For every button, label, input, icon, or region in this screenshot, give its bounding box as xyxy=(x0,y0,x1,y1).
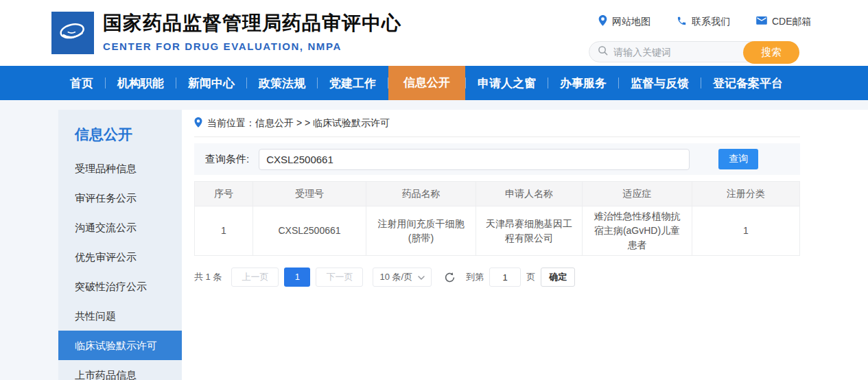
refresh-icon[interactable] xyxy=(443,270,456,284)
page-size-select[interactable]: 10 条/页 xyxy=(373,268,432,287)
nav-separator xyxy=(105,78,106,88)
cde-mail-link-label: CDE邮箱 xyxy=(772,16,812,28)
site-title: 国家药品监督管理局药品审评中心 xyxy=(103,10,401,36)
chevron-down-icon xyxy=(418,272,425,283)
cell-indication: 难治性急性移植物抗宿主病(aGvHD)儿童患者 xyxy=(583,206,692,256)
nav-item-info-disclosure[interactable]: 信息公开 xyxy=(388,66,465,100)
nav-separator xyxy=(465,78,466,88)
cell-applicant: 天津昂赛细胞基因工程有限公司 xyxy=(476,206,583,256)
confirm-button[interactable]: 确定 xyxy=(541,268,575,287)
col-header-seq: 序号 xyxy=(195,182,253,206)
pagination-total: 共 1 条 xyxy=(194,271,222,283)
main-nav: 首页 机构职能 新闻中心 政策法规 党建工作 信息公开 申请人之窗 办事服务 监… xyxy=(0,66,868,100)
nav-separator xyxy=(618,78,619,88)
nav-item-applicant-window[interactable]: 申请人之窗 xyxy=(478,75,536,91)
cell-registration-class: 1 xyxy=(692,206,800,256)
col-header-registration-class: 注册分类 xyxy=(692,182,800,206)
cell-drug-name: 注射用间充质干细胞(脐带) xyxy=(366,206,476,256)
breadcrumb-pin-icon xyxy=(194,117,202,130)
sidebar-item-review-tasks[interactable]: 审评任务公示 xyxy=(58,183,182,213)
cde-mail-link[interactable]: CDE邮箱 xyxy=(756,15,812,28)
header-quick-links: 网站地图 联系我们 CDE邮箱 xyxy=(598,15,812,28)
nav-separator xyxy=(548,78,548,88)
location-pin-icon xyxy=(598,15,607,28)
cell-seq: 1 xyxy=(195,206,253,256)
table-header-row: 序号 受理号 药品名称 申请人名称 适应症 注册分类 xyxy=(195,182,800,206)
goto-page-suffix: 页 xyxy=(526,271,535,283)
breadcrumb: 当前位置：信息公开 > > 临床试验默示许可 xyxy=(194,110,800,137)
nav-item-home[interactable]: 首页 xyxy=(70,75,93,91)
nav-item-party-building[interactable]: 党建工作 xyxy=(329,75,376,91)
nav-item-news[interactable]: 新闻中心 xyxy=(188,75,235,91)
cell-acceptance-no: CXSL2500661 xyxy=(253,206,366,256)
nav-separator xyxy=(317,78,318,88)
goto-page-input[interactable] xyxy=(489,268,521,287)
sidebar-title: 信息公开 xyxy=(58,121,182,154)
main-content: 当前位置：信息公开 > > 临床试验默示许可 查询条件: 查询 序号 受理号 药… xyxy=(182,110,868,380)
sidebar: 信息公开 受理品种信息 审评任务公示 沟通交流公示 优先审评公示 突破性治疗公示… xyxy=(58,110,182,380)
sidebar-item-priority-review[interactable]: 优先审评公示 xyxy=(58,242,182,272)
col-header-drug-name: 药品名称 xyxy=(366,182,476,206)
nav-item-registration-platform[interactable]: 登记备案平台 xyxy=(713,75,783,91)
sidebar-item-accepted-products[interactable]: 受理品种信息 xyxy=(58,154,182,183)
envelope-icon xyxy=(756,16,767,27)
goto-page-label: 到第 xyxy=(466,271,484,283)
col-header-indication: 适应症 xyxy=(583,182,692,206)
query-button[interactable]: 查询 xyxy=(718,149,758,169)
nav-item-functions[interactable]: 机构职能 xyxy=(117,75,164,91)
query-bar: 查询条件: 查询 xyxy=(194,143,800,175)
next-page-button[interactable]: 下一页 xyxy=(316,268,363,287)
nav-separator xyxy=(176,78,176,88)
sidebar-item-common-questions[interactable]: 共性问题 xyxy=(58,301,182,331)
table-row: 1 CXSL2500661 注射用间充质干细胞(脐带) 天津昂赛细胞基因工程有限… xyxy=(195,206,800,256)
site-header: 国家药品监督管理局药品审评中心 CENTER FOR DRUG EVALUATI… xyxy=(0,0,868,66)
query-input[interactable] xyxy=(259,149,690,170)
contact-us-link-label: 联系我们 xyxy=(692,16,730,28)
nav-item-policies[interactable]: 政策法规 xyxy=(259,75,305,91)
query-label: 查询条件: xyxy=(205,153,249,166)
nav-item-services[interactable]: 办事服务 xyxy=(560,75,607,91)
cde-logo[interactable] xyxy=(51,12,94,54)
site-search-bar: 搜索 xyxy=(589,41,799,62)
sidebar-item-marketed-drugs[interactable]: 上市药品信息 xyxy=(58,360,182,380)
prev-page-button[interactable]: 上一页 xyxy=(231,268,279,287)
sidebar-item-breakthrough-therapy[interactable]: 突破性治疗公示 xyxy=(58,272,182,301)
page-size-value: 10 条/页 xyxy=(379,271,412,283)
page-body: 信息公开 受理品种信息 审评任务公示 沟通交流公示 优先审评公示 突破性治疗公示… xyxy=(0,100,868,380)
sidebar-item-clinical-trial-implied-license[interactable]: 临床试验默示许可 xyxy=(58,331,182,360)
pagination: 共 1 条 上一页 1 下一页 10 条/页 到第 页 确定 xyxy=(194,268,800,287)
contact-us-link[interactable]: 联系我们 xyxy=(677,15,730,28)
site-subtitle: CENTER FOR DRUG EVALUATION, NMPA xyxy=(103,40,401,52)
sidebar-item-communication[interactable]: 沟通交流公示 xyxy=(58,213,182,242)
breadcrumb-text: 当前位置：信息公开 > > 临床试验默示许可 xyxy=(207,117,390,130)
nav-separator xyxy=(246,78,247,88)
col-header-applicant: 申请人名称 xyxy=(476,182,583,206)
site-search-button[interactable]: 搜索 xyxy=(743,41,799,64)
col-header-acceptance-no: 受理号 xyxy=(253,182,366,206)
phone-icon xyxy=(677,16,687,28)
sitemap-link-label: 网站地图 xyxy=(612,16,650,28)
nav-separator xyxy=(701,78,701,88)
sitemap-link[interactable]: 网站地图 xyxy=(598,15,650,28)
site-search-input[interactable] xyxy=(613,47,730,58)
results-table: 序号 受理号 药品名称 申请人名称 适应症 注册分类 1 CXSL2500661… xyxy=(194,181,800,256)
brand-title-block: 国家药品监督管理局药品审评中心 CENTER FOR DRUG EVALUATI… xyxy=(103,10,401,52)
search-icon xyxy=(598,45,608,58)
cde-logo-icon xyxy=(54,13,91,53)
nav-item-supervision-feedback[interactable]: 监督与反馈 xyxy=(631,75,689,91)
page-number-button[interactable]: 1 xyxy=(284,268,310,287)
